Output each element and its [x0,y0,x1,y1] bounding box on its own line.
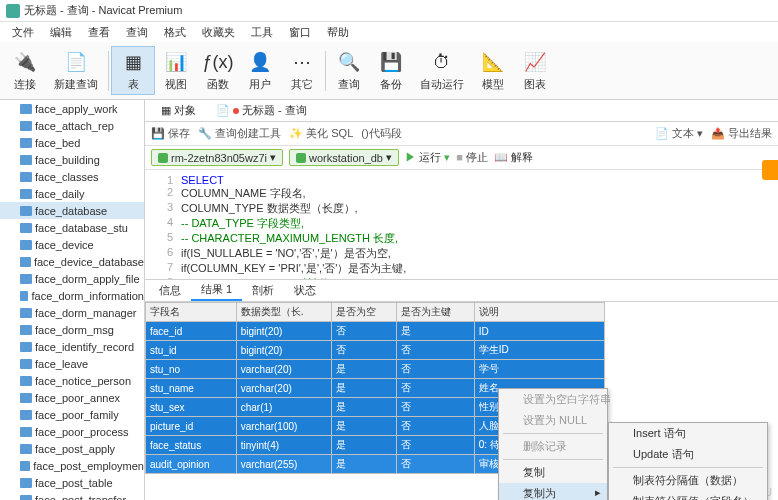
tab-status[interactable]: 状态 [284,281,326,300]
col-header[interactable]: 说明 [474,303,604,322]
menu-文件[interactable]: 文件 [6,25,40,40]
code-snippet-button[interactable]: ()代码段 [361,126,401,141]
save-button[interactable]: 💾 保存 [151,126,190,141]
menu-item[interactable]: 复制为▸ [499,483,607,500]
menu-bar: 文件编辑查看查询格式收藏夹工具窗口帮助 [0,22,778,42]
beautify-sql-button[interactable]: ✨ 美化 SQL [289,126,353,141]
menu-item[interactable]: 制表符分隔值（数据） [609,470,767,491]
menu-工具[interactable]: 工具 [245,25,279,40]
menu-查看[interactable]: 查看 [82,25,116,40]
tree-item[interactable]: face_device [0,236,144,253]
tree-item[interactable]: face_daily [0,185,144,202]
toolbar-新建查询[interactable]: 📄新建查询 [46,47,106,94]
sql-editor[interactable]: 1SELECT2 COLUMN_NAME 字段名,3 COLUMN_TYPE 数… [145,170,778,280]
text-mode-button[interactable]: 📄 文本 ▾ [655,126,703,141]
menu-窗口[interactable]: 窗口 [283,25,317,40]
tree-item[interactable]: face_notice_person [0,372,144,389]
toolbar-模型[interactable]: 📐模型 [472,47,514,94]
tree-item[interactable]: face_database [0,202,144,219]
tree-item[interactable]: face_attach_rep [0,117,144,134]
tree-item[interactable]: face_leave [0,355,144,372]
menu-查询[interactable]: 查询 [120,25,154,40]
toolbar-备份[interactable]: 💾备份 [370,47,412,94]
tree-item[interactable]: face_post_employmen [0,457,144,474]
object-tree[interactable]: face_apply_workface_attach_repface_bedfa… [0,100,145,500]
title-bar: 无标题 - 查询 - Navicat Premium [0,0,778,22]
connection-bar: rm-2zetn83n05wz7i ▾ workstation_db ▾ ▶ 运… [145,146,778,170]
tree-item[interactable]: face_building [0,151,144,168]
toolbar-函数[interactable]: ƒ(x)函数 [197,47,239,94]
copy-as-submenu[interactable]: Insert 语句Update 语句制表符分隔值（数据）制表符分隔值（字段名）制… [608,422,768,500]
tree-item[interactable]: face_apply_work [0,100,144,117]
server-icon [158,153,168,163]
table-row[interactable]: face_idbigint(20)否是ID [146,322,605,341]
menu-收藏夹[interactable]: 收藏夹 [196,25,241,40]
tab-profile[interactable]: 剖析 [242,281,284,300]
tab-result-1[interactable]: 结果 1 [191,280,242,301]
context-menu[interactable]: 设置为空白字符串设置为 NULL删除记录复制复制为▸粘贴显示▸ [498,388,608,500]
toolbar-自动运行[interactable]: ⏱自动运行 [412,47,472,94]
tree-item[interactable]: face_device_database [0,253,144,270]
tree-item[interactable]: face_dorm_msg [0,321,144,338]
tab-objects[interactable]: ▦ 对象 [153,101,204,120]
database-selector[interactable]: workstation_db ▾ [289,149,399,166]
col-header[interactable]: 字段名 [146,303,237,322]
tree-item[interactable]: face_dorm_information [0,287,144,304]
table-row[interactable]: stu_novarchar(20)是否学号 [146,360,605,379]
query-builder-button[interactable]: 🔧 查询创建工具 [198,126,281,141]
col-header[interactable]: 数据类型（长. [236,303,331,322]
menu-帮助[interactable]: 帮助 [321,25,355,40]
tree-item[interactable]: face_database_stu [0,219,144,236]
table-row[interactable]: stu_idbigint(20)否否学生ID [146,341,605,360]
menu-item[interactable]: Insert 语句 [609,423,767,444]
database-icon [296,153,306,163]
toolbar-其它[interactable]: ⋯其它 [281,47,323,94]
server-selector[interactable]: rm-2zetn83n05wz7i ▾ [151,149,283,166]
main-toolbar: 🔌连接📄新建查询▦表📊视图ƒ(x)函数👤用户⋯其它🔍查询💾备份⏱自动运行📐模型📈… [0,42,778,100]
tree-item[interactable]: face_poor_process [0,423,144,440]
run-button[interactable]: ▶ 运行 ▾ [405,150,450,165]
tree-item[interactable]: face_bed [0,134,144,151]
menu-item: 设置为空白字符串 [499,389,607,410]
tree-item[interactable]: face_post_transfer [0,491,144,500]
col-header[interactable]: 是否为空 [331,303,396,322]
menu-格式[interactable]: 格式 [158,25,192,40]
export-results-button[interactable]: 📤 导出结果 [711,126,772,141]
tab-query[interactable]: 📄 无标题 - 查询 [208,101,315,120]
toolbar-表[interactable]: ▦表 [111,46,155,95]
menu-item: 设置为 NULL [499,410,607,431]
explain-button[interactable]: 📖 解释 [494,150,533,165]
menu-item[interactable]: Update 语句 [609,444,767,465]
tree-item[interactable]: face_identify_record [0,338,144,355]
toolbar-图表[interactable]: 📈图表 [514,47,556,94]
query-action-bar: 💾 保存 🔧 查询创建工具 ✨ 美化 SQL ()代码段 📄 文本 ▾ 📤 导出… [145,122,778,146]
tree-item[interactable]: face_post_table [0,474,144,491]
menu-item[interactable]: 复制 [499,462,607,483]
stop-button: ■ 停止 [456,150,488,165]
tree-item[interactable]: face_classes [0,168,144,185]
menu-编辑[interactable]: 编辑 [44,25,78,40]
toolbar-查询[interactable]: 🔍查询 [328,47,370,94]
toolbar-连接[interactable]: 🔌连接 [4,47,46,94]
editor-tabs: ▦ 对象 📄 无标题 - 查询 [145,100,778,122]
tree-item[interactable]: face_poor_annex [0,389,144,406]
modified-dot-icon [233,108,239,114]
window-title: 无标题 - 查询 - Navicat Premium [24,3,182,18]
toolbar-用户[interactable]: 👤用户 [239,47,281,94]
tree-item[interactable]: face_post_apply [0,440,144,457]
menu-item: 删除记录 [499,436,607,457]
side-badge-icon [762,160,778,180]
result-tabs: 信息 结果 1 剖析 状态 [145,280,778,302]
tree-item[interactable]: face_poor_family [0,406,144,423]
tree-item[interactable]: face_dorm_manager [0,304,144,321]
tab-info[interactable]: 信息 [149,281,191,300]
app-icon [6,4,20,18]
col-header[interactable]: 是否为主键 [396,303,474,322]
tree-item[interactable]: face_dorm_apply_file [0,270,144,287]
menu-item[interactable]: 制表符分隔值（字段名） [609,491,767,500]
toolbar-视图[interactable]: 📊视图 [155,47,197,94]
